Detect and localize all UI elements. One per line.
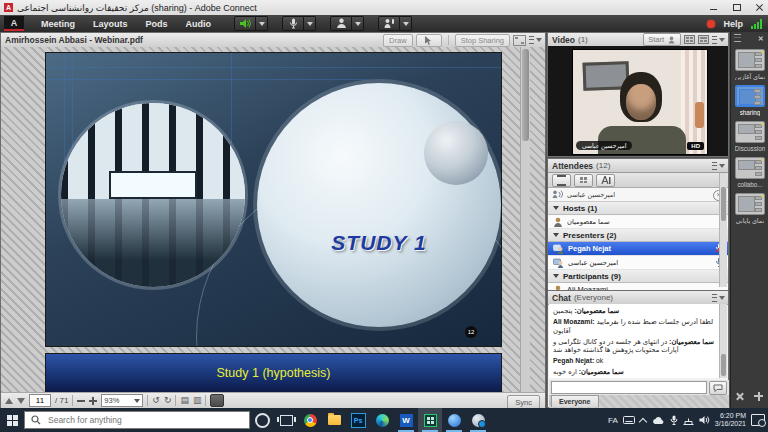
search-input[interactable] [46,414,243,426]
photoshop-icon[interactable]: Ps [346,408,370,432]
zoom-out-icon[interactable] [77,400,85,402]
share-scrollbar[interactable] [520,47,530,392]
chrome-icon[interactable] [298,408,322,432]
microphone-button[interactable] [282,16,304,31]
previous-page-icon[interactable] [5,398,13,404]
attendees-scrollbar[interactable] [719,173,727,287]
layout-bar-close-icon[interactable] [758,35,763,40]
layout-item-discussion[interactable]: Discussion [731,121,768,152]
add-layout-icon[interactable] [754,392,763,401]
chat-messages: سما معصومیانپنجمین Ali Moazamiلطفا آدرس … [549,304,721,378]
share-pod-menu-icon[interactable] [529,36,542,44]
network-icon[interactable] [683,416,694,425]
fit-page-icon[interactable]: ▤ [180,396,189,405]
stop-sharing-button[interactable]: Stop Sharing [455,34,510,47]
next-page-icon[interactable] [17,398,25,404]
minimize-icon[interactable] [709,3,718,12]
video-name-tag: امیرحسین عباسی [576,141,632,150]
pointer-button[interactable] [416,34,442,47]
hd-badge: HD [687,142,704,150]
breakout-view-icon[interactable] [574,174,593,187]
notification-center-icon[interactable] [751,414,765,426]
windows-logo-icon [7,415,18,426]
layout-item-collaboration[interactable]: collabo... [731,157,768,188]
chat-tab-everyone[interactable]: Everyone [551,395,599,407]
clock-date: 3/16/2021 [715,420,746,429]
layout-item-1[interactable]: نمای آغازین [731,49,768,80]
grid-layout-icon[interactable] [684,35,695,44]
presenters-section-header[interactable]: Presenters (2) [548,229,728,242]
adobe-connect-taskbar-icon[interactable] [418,408,442,432]
browser-globe-icon[interactable] [442,408,466,432]
chat-scrollbar[interactable] [719,304,727,378]
connection-status-icon[interactable] [751,19,762,29]
file-explorer-icon[interactable] [322,408,346,432]
close-icon[interactable] [755,3,764,12]
zoom-in-icon[interactable] [89,397,97,405]
hosts-section-header[interactable]: Hosts (1) [548,202,728,215]
webcam-button[interactable] [330,16,352,31]
sync-button[interactable]: Sync [507,395,540,409]
pan-tool-icon[interactable] [210,394,224,407]
attendee-row-presenter-selected[interactable]: Pegah Nejat [548,242,728,256]
help-menu[interactable]: Help [723,19,743,29]
menu-layouts[interactable]: Layouts [84,15,137,32]
draw-button[interactable]: Draw [383,34,413,47]
rotate-left-icon[interactable]: ↺ [152,396,160,405]
cortana-icon[interactable] [250,408,274,432]
adobe-logo-icon: A [4,16,24,31]
chat-pod-title: Chat [552,293,571,303]
video-pod-title: Video [552,35,575,45]
rotate-right-icon[interactable]: ↻ [164,396,172,405]
start-button[interactable] [0,408,24,432]
host-avatar-icon [553,217,563,227]
maximize-icon[interactable] [732,3,741,12]
page-number-input[interactable] [29,394,51,407]
video-pod-menu-icon[interactable] [712,36,725,44]
layout-item-5[interactable]: نمای پایانی [731,193,768,224]
layout-bar-menu-icon[interactable] [734,34,747,42]
chat-input[interactable] [551,381,707,394]
webcam-small-icon [667,36,676,44]
microphone-dropdown[interactable] [304,16,316,31]
task-view-icon[interactable] [274,408,298,432]
taskbar-clock[interactable]: 6:20 PM 3/16/2021 [715,412,746,429]
keyboard-icon[interactable] [623,416,635,424]
chat-pod-menu-icon[interactable] [712,294,725,302]
close-layout-icon[interactable] [735,392,744,401]
hidden-icons-chevron[interactable] [640,417,647,424]
send-message-button[interactable] [709,381,727,395]
taskbar-search[interactable] [24,411,250,429]
word-icon[interactable]: W [394,408,418,432]
chat-message: Ali Moazamiلطفا آدرس جلسات ضبط شده را بف… [553,318,717,335]
presentation-slide: STUDY 1 12 [46,53,501,346]
attendees-pod-menu-icon[interactable] [712,162,725,170]
speaker-button[interactable] [234,16,256,31]
attendee-row-presenter[interactable]: امیرحسین عباسی [548,256,728,270]
onedrive-cloud-icon[interactable] [652,416,665,425]
edge-icon[interactable] [370,408,394,432]
fit-width-icon[interactable]: ▥ [193,396,202,405]
menu-pods[interactable]: Pods [137,15,177,32]
attendee-row-host[interactable]: سما معصومیان [548,215,728,229]
app-with-badge-icon[interactable] [466,408,490,432]
status-dropdown[interactable] [400,16,412,31]
zoom-level-select[interactable]: 93% [101,394,143,407]
slide-title: STUDY 1 [257,231,501,255]
volume-icon[interactable] [699,415,710,425]
filmstrip-layout-icon[interactable] [698,35,709,44]
layout-item-sharing-selected[interactable]: sharing [731,85,768,116]
webcam-dropdown[interactable] [352,16,364,31]
language-indicator[interactable]: FA [608,416,618,425]
start-webcam-button[interactable]: Start [643,33,681,46]
status-button[interactable] [378,16,400,31]
slide-sphere [424,121,488,185]
attendee-view-icon[interactable] [552,174,571,187]
menu-audio[interactable]: Audio [177,15,221,32]
fullscreen-icon[interactable] [513,35,526,46]
tray-microphone-icon[interactable] [670,415,678,425]
attendee-status-view-icon[interactable] [596,174,615,187]
menu-meeting[interactable]: Meeting [32,15,84,32]
speaker-dropdown[interactable] [256,16,268,31]
participants-section-header[interactable]: Participants (9) [548,270,728,283]
